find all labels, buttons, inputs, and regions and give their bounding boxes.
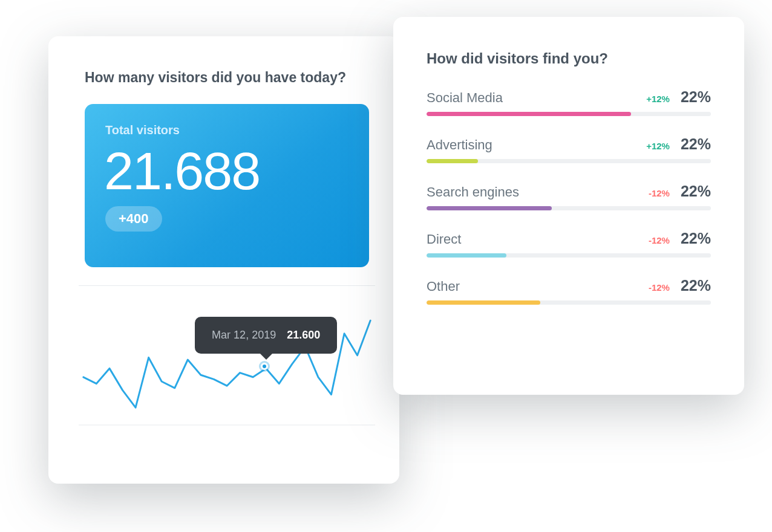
sparkline-tooltip: Mar 12, 201921.600 bbox=[195, 317, 337, 354]
source-delta: -12% bbox=[649, 188, 670, 198]
source-name: Search engines bbox=[427, 184, 649, 200]
source-bar-fill bbox=[427, 159, 478, 163]
divider bbox=[79, 285, 375, 286]
source-name: Advertising bbox=[427, 137, 646, 153]
source-delta: +12% bbox=[646, 94, 670, 104]
source-bar-fill bbox=[427, 300, 540, 305]
source-bar-track bbox=[427, 112, 711, 116]
source-bar-track bbox=[427, 253, 711, 258]
source-name: Other bbox=[427, 279, 649, 294]
sources-card: How did visitors find you? Social Media+… bbox=[393, 17, 744, 395]
source-row: Direct-12%22% bbox=[427, 230, 711, 258]
visitors-title: How many visitors did you have today? bbox=[85, 70, 369, 86]
source-delta: +12% bbox=[646, 141, 670, 151]
source-bar-track bbox=[427, 300, 711, 305]
tooltip-date: Mar 12, 2019 bbox=[212, 329, 276, 341]
tile-value: 21.688 bbox=[104, 143, 348, 199]
source-bar-fill bbox=[427, 112, 631, 116]
source-row: Search engines-12%22% bbox=[427, 183, 711, 210]
source-row: Advertising+12%22% bbox=[427, 135, 711, 163]
source-pct: 22% bbox=[681, 277, 711, 294]
total-visitors-tile: Total visitors 21.688 +400 bbox=[85, 104, 369, 267]
source-bar-track bbox=[427, 159, 711, 163]
source-delta: -12% bbox=[649, 235, 670, 245]
source-name: Social Media bbox=[427, 90, 646, 106]
source-bar-fill bbox=[427, 253, 506, 258]
tile-label: Total visitors bbox=[105, 123, 348, 137]
source-pct: 22% bbox=[681, 183, 711, 200]
source-delta: -12% bbox=[649, 282, 670, 293]
sources-title: How did visitors find you? bbox=[427, 50, 711, 67]
sparkline-highlight-dot bbox=[261, 363, 268, 370]
tooltip-value: 21.600 bbox=[287, 329, 320, 341]
source-pct: 22% bbox=[681, 135, 711, 153]
source-bar-fill bbox=[427, 206, 552, 210]
source-bar-track bbox=[427, 206, 711, 210]
source-pct: 22% bbox=[681, 230, 711, 247]
visitors-sparkline[interactable]: Mar 12, 201921.600 bbox=[79, 304, 375, 443]
source-pct: 22% bbox=[681, 88, 711, 106]
visitors-card: How many visitors did you have today? To… bbox=[48, 36, 399, 484]
tile-delta-badge: +400 bbox=[105, 206, 162, 232]
source-name: Direct bbox=[427, 232, 649, 247]
source-row: Other-12%22% bbox=[427, 277, 711, 305]
source-row: Social Media+12%22% bbox=[427, 88, 711, 116]
